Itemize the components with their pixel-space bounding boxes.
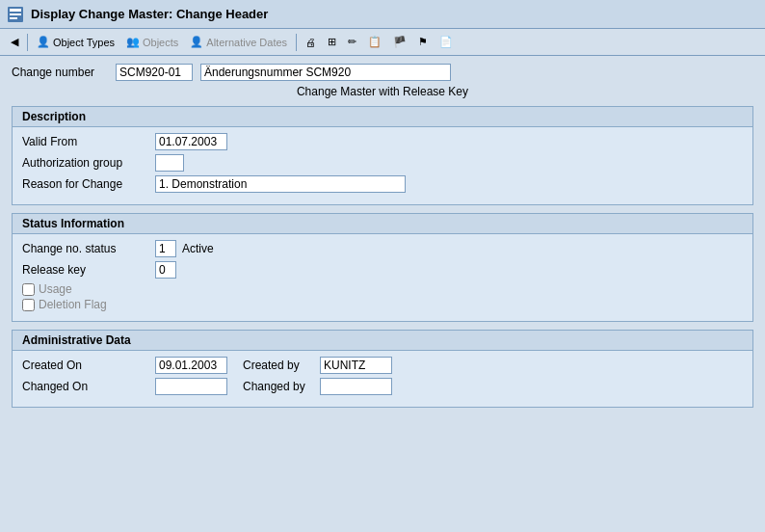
alt-dates-button[interactable]: 👤 Alternative Dates — [185, 32, 292, 53]
object-types-button[interactable]: 👤 Object Types — [32, 32, 119, 53]
edit-button[interactable]: ✏ — [343, 32, 361, 53]
back-button[interactable]: ◀ — [6, 32, 23, 53]
print-icon: 🖨 — [305, 37, 316, 48]
valid-from-input[interactable] — [155, 133, 227, 150]
valid-from-label: Valid From — [22, 135, 147, 148]
flag2-icon: ⚑ — [418, 36, 428, 48]
change-no-status-text: Active — [182, 242, 214, 255]
clipboard-button[interactable]: 📋 — [363, 32, 386, 53]
svg-rect-2 — [10, 13, 21, 15]
changed-on-label: Changed On — [22, 380, 147, 393]
usage-row: Usage — [22, 282, 743, 296]
alt-dates-label: Alternative Dates — [206, 37, 287, 48]
reason-row: Reason for Change — [22, 175, 743, 193]
export-button[interactable]: 📄 — [435, 32, 458, 53]
status-section: Status Information Change no. status Act… — [12, 213, 753, 322]
content-area: Change number Change Master with Release… — [0, 56, 765, 423]
objects-label: Objects — [143, 37, 178, 48]
change-no-status-label: Change no. status — [22, 242, 147, 255]
objects-icon: 👥 — [126, 36, 140, 48]
auth-group-input[interactable] — [155, 154, 184, 172]
valid-from-row: Valid From — [22, 133, 743, 150]
object-types-label: Object Types — [53, 37, 115, 48]
flag-button[interactable]: 🏴 — [388, 32, 411, 53]
back-icon: ◀ — [11, 36, 18, 48]
reason-label: Reason for Change — [22, 177, 147, 191]
change-number-row: Change number — [12, 64, 753, 81]
auth-group-label: Authorization group — [22, 156, 147, 170]
toolbar: ◀ 👤 Object Types 👥 Objects 👤 Alternative… — [0, 29, 765, 56]
release-key-input[interactable] — [155, 261, 176, 279]
toolbar-separator-2 — [296, 34, 297, 51]
title-bar: Display Change Master: Change Header — [0, 0, 765, 29]
changed-on-input[interactable] — [155, 378, 227, 395]
change-subtitle: Change Master with Release Key — [12, 85, 753, 98]
created-row: Created On Created by — [22, 357, 743, 374]
changed-by-input[interactable] — [320, 378, 392, 395]
object-types-icon: 👤 — [37, 36, 50, 48]
change-no-status-input[interactable] — [155, 240, 176, 257]
admin-section-title: Administrative Data — [13, 331, 752, 351]
usage-label: Usage — [39, 282, 72, 296]
deletion-flag-checkbox[interactable] — [22, 299, 35, 311]
usage-checkbox[interactable] — [22, 283, 35, 296]
reason-input[interactable] — [155, 175, 406, 193]
release-key-label: Release key — [22, 263, 147, 277]
alt-dates-icon: 👤 — [190, 36, 203, 48]
change-number-label: Change number — [12, 66, 108, 79]
copy-button[interactable]: ⊞ — [323, 32, 341, 53]
change-description-input[interactable] — [200, 64, 451, 81]
created-on-label: Created On — [22, 359, 147, 372]
export-icon: 📄 — [439, 36, 453, 48]
title-bar-text: Display Change Master: Change Header — [31, 7, 268, 21]
release-key-row: Release key — [22, 261, 743, 279]
objects-button[interactable]: 👥 Objects — [121, 32, 183, 53]
changed-by-label: Changed by — [235, 380, 312, 393]
print-button[interactable]: 🖨 — [301, 32, 321, 53]
created-by-input[interactable] — [320, 357, 392, 374]
deletion-flag-label: Deletion Flag — [39, 298, 107, 311]
app-icon — [6, 5, 25, 24]
change-number-input[interactable] — [116, 64, 193, 81]
edit-icon: ✏ — [348, 36, 356, 48]
status-section-title: Status Information — [13, 214, 752, 234]
clipboard-icon: 📋 — [368, 36, 382, 48]
svg-rect-3 — [10, 17, 17, 19]
created-on-input[interactable] — [155, 357, 227, 374]
status-value-group: Active — [155, 240, 214, 257]
auth-group-row: Authorization group — [22, 154, 743, 172]
change-no-status-row: Change no. status Active — [22, 240, 743, 257]
copy-icon: ⊞ — [328, 36, 336, 48]
deletion-flag-row: Deletion Flag — [22, 298, 743, 311]
svg-rect-1 — [10, 9, 21, 12]
toolbar-separator-1 — [27, 34, 28, 51]
flag2-button[interactable]: ⚑ — [413, 32, 433, 53]
description-section: Description Valid From Authorization gro… — [12, 106, 753, 205]
admin-section: Administrative Data Created On Created b… — [12, 330, 753, 408]
description-section-title: Description — [13, 107, 752, 127]
created-by-label: Created by — [235, 359, 312, 372]
changed-row: Changed On Changed by — [22, 378, 743, 395]
flag-icon: 🏴 — [393, 36, 407, 48]
